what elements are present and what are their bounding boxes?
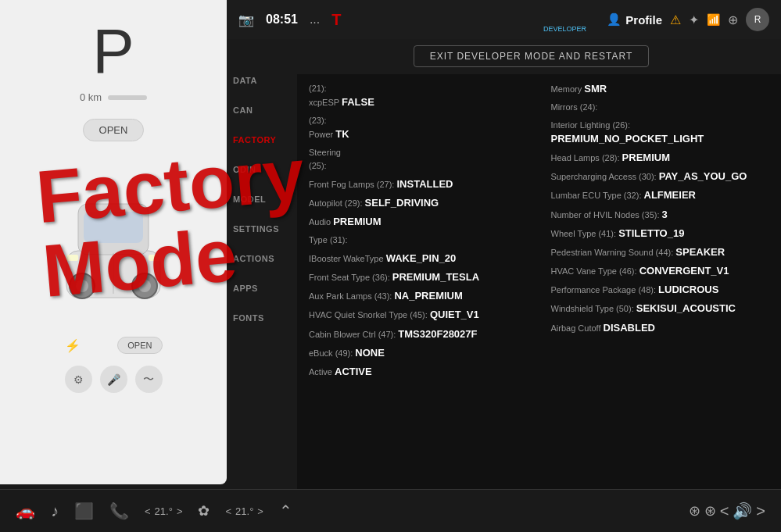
volume-arrow-right[interactable]: >: [756, 502, 765, 520]
active-value: ACTIVE: [335, 366, 372, 377]
data-entry-type31: Type (31):: [309, 234, 528, 247]
nodes-label: Number of HVIL Nodes (35):: [551, 210, 662, 220]
profile-label: Profile: [625, 13, 662, 27]
volume-control: ⊛ ⊛ < 🔊 >: [689, 502, 765, 520]
data-entry-windshield: Windshield Type (50): SEKISUI_ACOUSTIC: [551, 302, 770, 316]
sidebar-item-actions[interactable]: ACTIONS: [227, 245, 297, 273]
exit-developer-button[interactable]: EXIT DEVELOPER MODE AND RESTART: [414, 45, 650, 67]
hvac-label: HVAC Quiet Snorkel Type (45):: [309, 310, 430, 320]
audio-label: Audio: [309, 217, 333, 227]
profile-button[interactable]: 👤 Profile: [607, 12, 662, 27]
power-label: (23):Power: [309, 116, 335, 139]
hvacvane-label: HVAC Vane Type (46):: [551, 266, 639, 276]
data-entry-supercharging: Supercharging Access (30): PAY_AS_YOU_GO: [551, 170, 770, 184]
temp-left-arrow-left[interactable]: <: [145, 505, 151, 517]
lightning-icon: ⚡: [65, 338, 81, 353]
ibooster-label: IBooster WakeType: [309, 254, 386, 263]
headlamps-value: PREMIUM: [622, 152, 670, 163]
odometer-display: 0 km: [80, 91, 147, 103]
seat-heat-right-icon[interactable]: ⊛: [704, 502, 716, 520]
car-svg: [47, 149, 180, 329]
status-bar-right: 👤 Profile ⚠ ✦ 📶 ⊕ R: [607, 8, 769, 31]
taskbar-car-icon[interactable]: 🚗: [16, 502, 35, 520]
tesla-logo: T: [331, 11, 341, 29]
mic-circle-icon[interactable]: 🎤: [100, 366, 127, 393]
performance-label: Performance Package (48):: [551, 285, 659, 295]
pedestrian-value: SPEAKER: [675, 246, 725, 258]
temp-right-arrow-left[interactable]: <: [225, 505, 231, 517]
ebuck-label: eBuck (49):: [309, 348, 355, 358]
lumbar-value: ALFMEIER: [644, 189, 696, 201]
sidebar-item-model[interactable]: MODEL: [227, 185, 297, 213]
taskbar-phone-icon[interactable]: 📞: [109, 502, 129, 520]
xcpesp-value: FALSE: [342, 96, 374, 108]
status-bar: 📷 08:51 ... T DEVELOPER 👤 Profile ⚠ ✦ 📶 …: [227, 0, 781, 39]
windshield-value: SEKISUI_ACOUSTIC: [636, 302, 736, 314]
sidebar-item-fonts[interactable]: FONTS: [227, 304, 297, 332]
auxpark-value: NA_PREMIUM: [394, 290, 462, 302]
airbag-value: DISABLED: [604, 322, 655, 334]
audio-value: PREMIUM: [333, 216, 381, 227]
frontseat-label: Front Seat Type (36):: [309, 273, 392, 282]
data-entry-nodes: Number of HVIL Nodes (35): 3: [551, 208, 770, 222]
settings-icon[interactable]: ✦: [689, 12, 699, 27]
nodes-value: 3: [662, 209, 668, 220]
fog-label: Front Fog Lamps (27):: [309, 180, 397, 189]
data-entry-headlamps: Head Lamps (28): PREMIUM: [551, 151, 770, 165]
fan-icon[interactable]: ✿: [198, 502, 210, 520]
memory-label: Memory: [551, 84, 585, 94]
power-value: TK: [335, 128, 349, 140]
data-entry-power: (23):Power TK: [309, 114, 528, 141]
svg-point-5: [76, 280, 88, 292]
control-row-1: ⚡ OPEN: [65, 337, 163, 354]
odometer-bar: [108, 95, 147, 100]
temp-left-arrow-right[interactable]: >: [177, 505, 183, 517]
ebuck-value: NONE: [355, 347, 385, 359]
speaker-icon[interactable]: 🔊: [733, 502, 752, 520]
park-indicator: P: [92, 16, 134, 87]
data-entry-frontseat: Front Seat Type (36): PREMIUM_TESLA: [309, 270, 528, 284]
taskbar-seat-icon[interactable]: ⌃: [279, 502, 292, 520]
temp-right-arrow-right[interactable]: >: [257, 505, 263, 517]
settings-circle-icon[interactable]: ⚙: [65, 366, 92, 393]
data-entry-performance: Performance Package (48): LUDICROUS: [551, 283, 770, 297]
frontseat-value: PREMIUM_TESLA: [392, 271, 479, 283]
open-button-top[interactable]: OPEN: [83, 119, 145, 141]
sidebar-item-factory[interactable]: FACTORY: [227, 126, 297, 154]
temp-control-right: < 21.° >: [225, 505, 263, 517]
sidebar-item-can[interactable]: CAN: [227, 96, 297, 124]
open-button-bottom[interactable]: OPEN: [117, 337, 162, 354]
seat-heat-left-icon[interactable]: ⊛: [689, 502, 700, 520]
data-entry-lumbar: Lumbar ECU Type (32): ALFMEIER: [551, 188, 770, 202]
data-entry-audio: Audio PREMIUM: [309, 215, 528, 229]
cabin-label: Cabin Blower Ctrl (47):: [309, 330, 398, 339]
sidebar-item-data[interactable]: DATA: [227, 66, 297, 95]
main-content[interactable]: (21):xcpESP FALSE (23):Power TK Steering…: [297, 74, 781, 489]
autopilot-value: SELF_DRIVING: [365, 197, 439, 209]
data-entry-interior: Interior Lighting (26): PREMIUM_NO_POCKE…: [551, 119, 770, 146]
data-column-left: (21):xcpESP FALSE (23):Power TK Steering…: [309, 82, 528, 384]
left-panel: P 0 km OPEN ⚡ OP: [0, 0, 227, 484]
svg-rect-8: [66, 255, 78, 261]
bluetooth-icon: ⊕: [728, 12, 738, 27]
taskbar-box-icon[interactable]: ⬛: [74, 502, 94, 520]
left-sidebar: DATA CAN FACTORY ODIN MODEL SETTINGS ACT…: [227, 66, 297, 332]
sidebar-item-apps[interactable]: APPS: [227, 274, 297, 302]
data-two-col: (21):xcpESP FALSE (23):Power TK Steering…: [309, 82, 769, 384]
data-entry-autopilot: Autopilot (29): SELF_DRIVING: [309, 196, 528, 210]
data-entry-xcpesp-label: (21):xcpESP FALSE: [309, 82, 528, 109]
sidebar-item-settings[interactable]: SETTINGS: [227, 215, 297, 243]
taskbar-music-icon[interactable]: ♪: [51, 502, 59, 520]
pedestrian-label: Pedestrian Warning Sound (44):: [551, 248, 676, 257]
windshield-label: Windshield Type (50):: [551, 304, 636, 313]
avatar[interactable]: R: [746, 8, 769, 31]
mirrors-label: Mirrors (24):: [551, 102, 598, 112]
sidebar-item-odin[interactable]: ODIN: [227, 155, 297, 184]
wiper-circle-icon[interactable]: 〜: [135, 366, 163, 393]
car-illustration: [47, 149, 180, 329]
volume-arrow-left[interactable]: <: [720, 502, 729, 520]
supercharging-value: PAY_AS_YOU_GO: [659, 170, 747, 182]
data-entry-airbag: Airbag Cutoff DISABLED: [551, 321, 770, 335]
data-column-right: Memory SMR Mirrors (24): Interior Lighti…: [551, 82, 770, 384]
interior-value: PREMIUM_NO_POCKET_LIGHT: [551, 133, 704, 145]
